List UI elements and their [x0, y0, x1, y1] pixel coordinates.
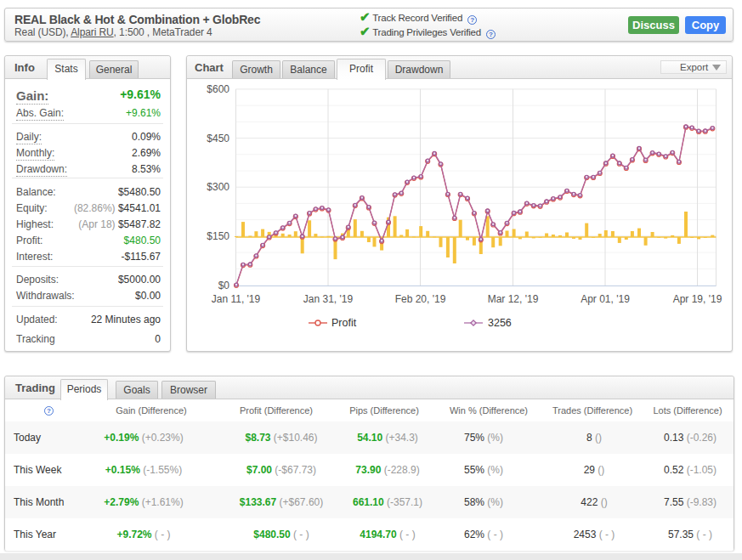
- svg-text:Jan 31, '19: Jan 31, '19: [303, 293, 354, 305]
- svg-text:Jan 11, '19: Jan 11, '19: [212, 293, 261, 305]
- svg-text:Mar 12, '19: Mar 12, '19: [488, 293, 539, 305]
- svg-text:3256: 3256: [488, 317, 512, 329]
- svg-text:$300: $300: [207, 181, 229, 193]
- svg-text:Apr 19, '19: Apr 19, '19: [673, 293, 722, 305]
- svg-text:Apr 01, '19: Apr 01, '19: [581, 293, 630, 305]
- svg-text:$0: $0: [218, 280, 230, 291]
- svg-text:$600: $600: [207, 83, 229, 95]
- svg-text:Profit: Profit: [331, 317, 357, 329]
- svg-text:Feb 20, '19: Feb 20, '19: [395, 293, 446, 305]
- svg-text:$450: $450: [207, 133, 229, 144]
- svg-text:$150: $150: [207, 230, 229, 242]
